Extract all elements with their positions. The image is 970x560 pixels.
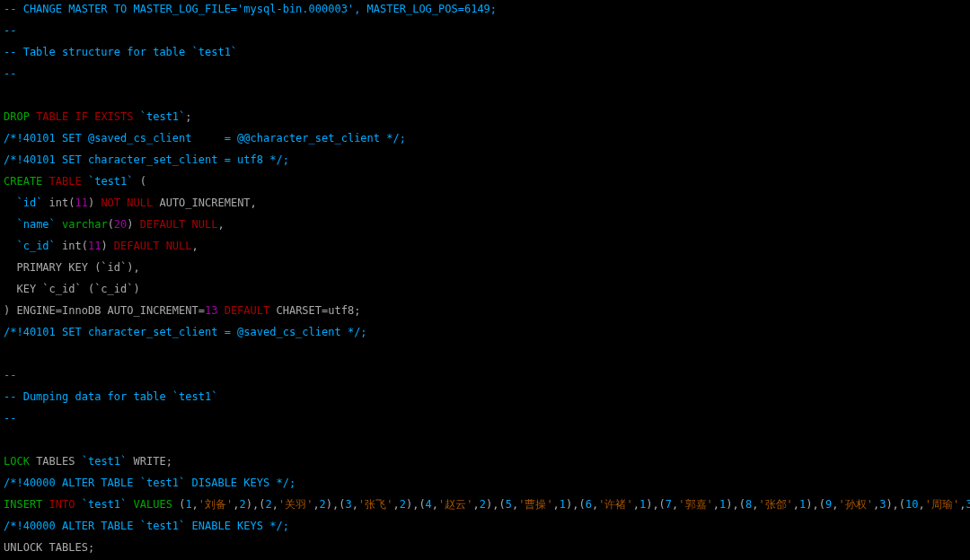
val-name: '许褚' — [598, 498, 632, 511]
sql-dump-code[interactable]: -- CHANGE MASTER TO MASTER_LOG_FILE='mys… — [0, 0, 970, 560]
kw-null: NULL — [127, 197, 153, 209]
col-name: `name` — [16, 218, 55, 231]
num-11: 11 — [88, 240, 101, 252]
col-cid: `c_id` — [16, 240, 55, 252]
kw-insert: INSERT — [4, 498, 42, 511]
primary-key: PRIMARY KEY (`id`), — [16, 261, 139, 274]
tables-word: TABLES — [30, 455, 82, 468]
kw-table: TABLE — [49, 175, 82, 188]
kw-table-if-exists: TABLE IF EXISTS — [36, 110, 133, 123]
charset: CHARSET=utf8; — [269, 304, 360, 317]
dashes: -- — [4, 369, 16, 381]
num-11: 11 — [75, 197, 87, 209]
kw-into: INTO — [49, 498, 75, 511]
kw-default-null: DEFAULT NULL — [140, 218, 218, 231]
val-name: '曹操' — [518, 498, 552, 511]
engine-pre: ) ENGINE=InnoDB AUTO_INCREMENT= — [4, 304, 205, 317]
val-id: 2 — [265, 498, 271, 511]
col-id: `id` — [16, 197, 42, 209]
type-int: int( — [42, 197, 75, 209]
unlock-tables: UNLOCK TABLES; — [4, 541, 94, 554]
val-name: '关羽' — [278, 498, 313, 511]
val-id: 10 — [905, 498, 918, 511]
kw-not: NOT — [101, 197, 120, 209]
val-cid: 2 — [480, 498, 486, 511]
val-cid: 1 — [560, 498, 566, 511]
num-20: 20 — [114, 218, 127, 231]
val-name: '张飞' — [358, 498, 392, 511]
kw-drop: DROP — [4, 110, 30, 123]
val-id: 7 — [666, 498, 672, 511]
type-int: int( — [56, 240, 88, 252]
val-cid: 3 — [966, 498, 970, 511]
val-id: 5 — [506, 498, 512, 511]
tbl-test1: `test1` — [140, 110, 186, 123]
auto-inc: AUTO_INCREMENT, — [153, 197, 257, 209]
val-name: '刘备' — [198, 498, 233, 511]
dashes: -- — [4, 412, 16, 424]
semi: ; — [185, 110, 191, 123]
val-cid: 2 — [240, 498, 246, 511]
kw-values: VALUES — [134, 498, 172, 511]
num-13: 13 — [205, 304, 217, 317]
kw-default: DEFAULT — [225, 304, 270, 317]
kw-lock: LOCK — [4, 455, 30, 468]
val-name: '赵云' — [438, 498, 472, 511]
val-id: 3 — [346, 498, 352, 511]
val-name: '郭嘉' — [678, 498, 712, 511]
val-id: 4 — [426, 498, 432, 511]
comment-change-master: -- CHANGE MASTER TO MASTER_LOG_FILE='mys… — [4, 3, 497, 15]
key-cid: KEY `c_id` (`c_id`) — [16, 283, 139, 295]
directive-cs-utf8: /*!40101 SET character_set_client = utf8… — [4, 153, 289, 166]
directive-save-cs: /*!40101 SET @saved_cs_client = @@charac… — [4, 132, 406, 144]
insert-test1-line: INSERT INTO `test1` VALUES (1,'刘备',2),(2… — [4, 499, 966, 510]
kw-create: CREATE — [4, 175, 42, 188]
type-varchar: varchar — [62, 218, 108, 231]
val-name: '周瑜' — [925, 498, 959, 511]
dashes: -- — [4, 24, 16, 37]
tbl-test1: `test1` — [82, 455, 128, 468]
val-cid: 2 — [320, 498, 326, 511]
comment-struct-test1: -- Table structure for table `test1` — [4, 46, 237, 58]
tbl-test1: `test1` — [88, 175, 134, 188]
directive-cs-restore: /*!40101 SET character_set_client = @sav… — [4, 326, 367, 338]
val-cid: 2 — [400, 498, 406, 511]
val-name: '张郃' — [758, 498, 792, 511]
dashes: -- — [4, 67, 16, 80]
val-id: 6 — [586, 498, 592, 511]
val-id: 1 — [185, 498, 191, 511]
directive-disable-t1: /*!40000 ALTER TABLE `test1` DISABLE KEY… — [4, 477, 295, 489]
kw-default-null: DEFAULT NULL — [114, 240, 192, 252]
comment-dump-test1: -- Dumping data for table `test1` — [4, 390, 217, 403]
tbl-test1: `test1` — [82, 498, 128, 511]
val-name: '孙权' — [838, 498, 872, 511]
write: WRITE; — [127, 455, 172, 468]
directive-enable-t1: /*!40000 ALTER TABLE `test1` ENABLE KEYS… — [4, 520, 289, 532]
